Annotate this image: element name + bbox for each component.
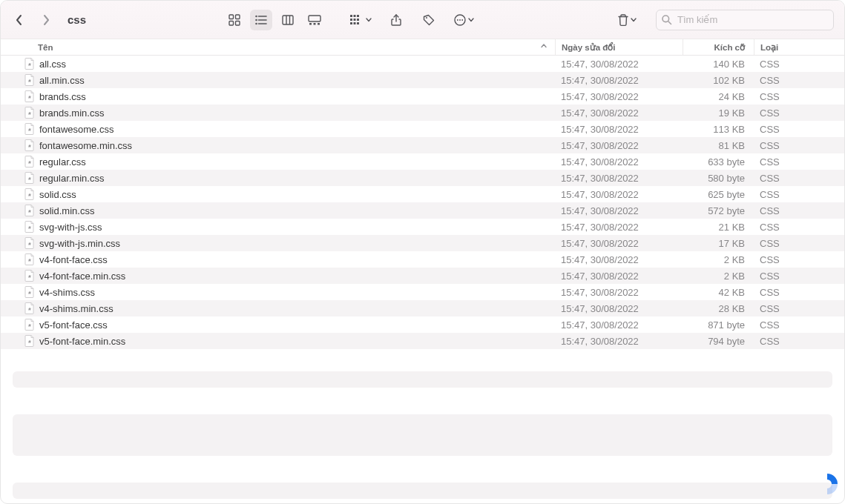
recaptcha-badge [814, 471, 841, 500]
file-name-label: fontawesome.css [39, 124, 114, 135]
svg-rect-25 [357, 22, 359, 24]
share-button[interactable] [385, 10, 407, 30]
view-icons-button[interactable] [223, 10, 246, 30]
css-file-icon: # [24, 237, 35, 249]
file-name-label: all.min.css [39, 75, 85, 86]
file-name-label: regular.css [39, 156, 86, 168]
svg-rect-2 [229, 21, 234, 25]
svg-text:#: # [28, 159, 31, 165]
search-input[interactable] [656, 10, 834, 30]
file-size-cell: 42 KB [683, 287, 754, 298]
file-row[interactable]: # all.min.css15:47, 30/08/2022102 KBCSS [1, 72, 844, 88]
column-header-date[interactable]: Ngày sửa đổi [555, 39, 683, 55]
file-row[interactable]: # v5-font-face.min.css15:47, 30/08/20227… [1, 333, 844, 349]
back-button[interactable] [11, 12, 27, 28]
file-kind-cell: CSS [754, 59, 844, 70]
view-gallery-button[interactable] [303, 10, 326, 30]
file-size-cell: 140 KB [683, 59, 754, 70]
css-file-icon: # [24, 221, 35, 233]
css-file-icon: # [24, 253, 35, 265]
file-row[interactable]: # brands.min.css15:47, 30/08/202219 KBCS… [1, 105, 844, 121]
file-kind-cell: CSS [754, 140, 844, 151]
view-columns-button[interactable] [277, 10, 299, 30]
file-row[interactable]: # all.css15:47, 30/08/2022140 KBCSS [1, 56, 844, 72]
file-row[interactable]: # svg-with-js.css15:47, 30/08/202221 KBC… [1, 219, 844, 235]
file-date-cell: 15:47, 30/08/2022 [555, 222, 683, 233]
forward-button[interactable] [38, 12, 54, 28]
view-list-button[interactable] [250, 10, 272, 30]
file-name-cell: # v4-font-face.min.css [1, 270, 555, 282]
file-date-cell: 15:47, 30/08/2022 [555, 59, 683, 70]
file-row[interactable]: # regular.css15:47, 30/08/2022633 byteCS… [1, 153, 844, 170]
svg-text:#: # [28, 241, 31, 246]
svg-text:#: # [28, 143, 31, 148]
svg-point-27 [426, 17, 427, 19]
file-size-cell: 871 byte [683, 319, 754, 331]
svg-rect-14 [309, 23, 312, 25]
group-by-button[interactable] [346, 10, 375, 30]
svg-line-33 [668, 21, 671, 24]
svg-point-31 [461, 19, 463, 21]
column-header-kind-label: Loại [760, 42, 778, 53]
column-header-name[interactable]: Tên [1, 39, 555, 55]
file-name-cell: # v5-font-face.min.css [1, 335, 555, 347]
file-kind-cell: CSS [754, 254, 844, 265]
file-row[interactable]: # solid.css15:47, 30/08/2022625 byteCSS [1, 186, 844, 202]
file-name-cell: # v4-shims.min.css [1, 302, 555, 314]
css-file-icon: # [24, 139, 35, 151]
file-row[interactable]: # solid.min.css15:47, 30/08/2022572 byte… [1, 202, 844, 219]
file-name-label: svg-with-js.css [39, 222, 102, 233]
file-name-cell: # v4-font-face.css [1, 253, 555, 265]
file-size-cell: 2 KB [683, 271, 754, 282]
svg-text:#: # [28, 127, 31, 132]
column-header-date-label: Ngày sửa đổi [562, 42, 616, 53]
path-bar[interactable] [13, 371, 832, 388]
tags-button[interactable] [418, 10, 440, 30]
column-header-size[interactable]: Kích cỡ [683, 39, 754, 55]
file-name-cell: # all.css [1, 58, 555, 70]
file-kind-cell: CSS [754, 205, 844, 216]
file-name-label: v4-shims.min.css [39, 303, 114, 314]
svg-text:#: # [28, 257, 31, 262]
file-row[interactable]: # regular.min.css15:47, 30/08/2022580 by… [1, 170, 844, 186]
finder-window: css [0, 0, 845, 504]
svg-rect-17 [350, 15, 352, 17]
css-file-icon: # [24, 335, 35, 347]
file-date-cell: 15:47, 30/08/2022 [555, 91, 683, 102]
svg-rect-23 [350, 22, 352, 24]
file-row[interactable]: # brands.css15:47, 30/08/202224 KBCSS [1, 88, 844, 105]
file-row[interactable]: # v4-shims.min.css15:47, 30/08/202228 KB… [1, 300, 844, 316]
svg-rect-18 [354, 15, 356, 17]
svg-text:#: # [28, 78, 31, 83]
file-row[interactable]: # v4-font-face.min.css15:47, 30/08/20222… [1, 268, 844, 284]
file-row[interactable]: # fontawesome.min.css15:47, 30/08/202281… [1, 137, 844, 153]
file-date-cell: 15:47, 30/08/2022 [555, 254, 683, 265]
file-name-label: brands.css [39, 91, 86, 102]
svg-rect-19 [357, 15, 359, 17]
css-file-icon: # [24, 74, 35, 86]
file-size-cell: 19 KB [683, 107, 754, 119]
file-row[interactable]: # fontawesome.css15:47, 30/08/2022113 KB… [1, 121, 844, 137]
file-size-cell: 113 KB [683, 124, 754, 135]
search-icon [661, 14, 672, 27]
column-header-size-label: Kích cỡ [714, 42, 745, 53]
file-date-cell: 15:47, 30/08/2022 [555, 303, 683, 314]
file-row[interactable]: # v5-font-face.css15:47, 30/08/2022871 b… [1, 316, 844, 333]
svg-text:#: # [28, 306, 31, 311]
file-kind-cell: CSS [754, 107, 844, 119]
file-row[interactable]: # v4-shims.css15:47, 30/08/202242 KBCSS [1, 284, 844, 300]
info-panel [13, 414, 832, 456]
actions-button[interactable] [450, 10, 477, 30]
svg-rect-13 [309, 16, 320, 21]
column-header-row: Tên Ngày sửa đổi Kích cỡ Loại [1, 39, 844, 56]
file-row[interactable]: # svg-with-js.min.css15:47, 30/08/202217… [1, 235, 844, 251]
column-header-kind[interactable]: Loại [754, 39, 844, 55]
file-date-cell: 15:47, 30/08/2022 [555, 205, 683, 216]
file-row[interactable]: # v4-font-face.css15:47, 30/08/20222 KBC… [1, 251, 844, 268]
file-date-cell: 15:47, 30/08/2022 [555, 238, 683, 249]
file-size-cell: 81 KB [683, 140, 754, 151]
file-size-cell: 28 KB [683, 303, 754, 314]
trash-button[interactable] [614, 10, 639, 30]
css-file-icon: # [24, 123, 35, 135]
file-name-cell: # brands.css [1, 90, 555, 102]
